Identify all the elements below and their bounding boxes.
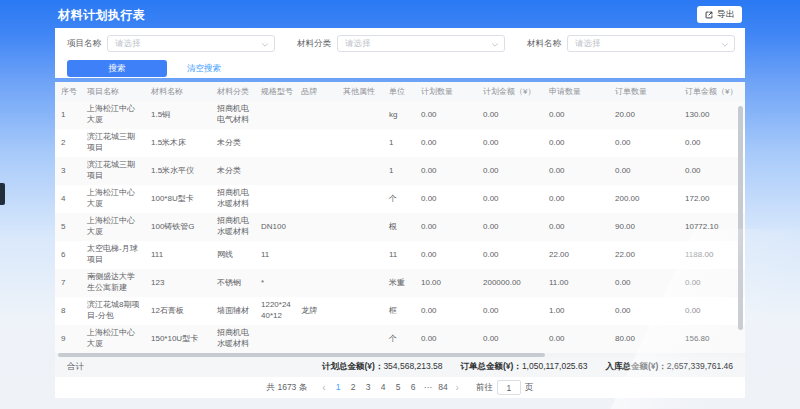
cell-plan-amount: 0.00 — [477, 325, 543, 353]
cell-plan-amount: 0.00 — [477, 241, 543, 269]
page-number-button[interactable]: 84 — [436, 380, 451, 395]
cell-project: 滨江花城三期项目 — [81, 157, 145, 185]
cell-material: 123 — [145, 269, 211, 297]
material-plan-table: 序号项目名称材料名称材料分类规格型号品牌其他属性单位计划数量计划金额（¥）申请数… — [55, 82, 745, 353]
page-number-button[interactable]: 1 — [331, 380, 346, 395]
search-button[interactable]: 搜索 — [67, 60, 167, 77]
cell-apply-qty: 0.00 — [543, 185, 609, 213]
cell-apply-qty: 0.00 — [543, 101, 609, 129]
column-header: 规格型号 — [255, 82, 295, 101]
goto-page-input[interactable] — [497, 380, 521, 395]
cell-category: 未分类 — [211, 129, 255, 157]
page-number-button[interactable]: 5 — [391, 380, 406, 395]
page-number-button[interactable]: 6 — [406, 380, 421, 395]
filter-select[interactable]: 请选择 — [567, 35, 735, 52]
filter-label: 项目名称 — [67, 38, 101, 50]
cell-plan-qty: 0.00 — [415, 129, 477, 157]
cell-plan-qty: 0.00 — [415, 101, 477, 129]
summary-row: 合计 计划总金额(¥)：354,568,213.58 订单总金额(¥)：1,05… — [55, 357, 745, 377]
column-header: 申请数量 — [543, 82, 609, 101]
cell-unit: 框 — [383, 297, 415, 325]
page-number-button[interactable]: 3 — [361, 380, 376, 395]
cell-plan-qty: 0.00 — [415, 241, 477, 269]
table-header: 序号项目名称材料名称材料分类规格型号品牌其他属性单位计划数量计划金额（¥）申请数… — [55, 82, 745, 101]
cell-order-qty: 0.00 — [609, 157, 679, 185]
column-header: 订单数量 — [609, 82, 679, 101]
export-button[interactable]: 导出 — [697, 6, 742, 23]
cell-seq: 8 — [55, 297, 81, 325]
cell-seq: 5 — [55, 213, 81, 241]
table-row: 7 南侧盛达大学生公寓新建 123 不锈钢 * 米重 10.00 200000.… — [55, 269, 745, 297]
cell-order-amount: 0.00 — [679, 269, 745, 297]
cell-seq: 6 — [55, 241, 81, 269]
column-header: 序号 — [55, 82, 81, 101]
cell-plan-qty: 0.00 — [415, 213, 477, 241]
cell-seq: 1 — [55, 101, 81, 129]
cell-plan-qty: 0.00 — [415, 325, 477, 353]
cell-unit: 个 — [383, 185, 415, 213]
table-row: 4 上海松江中心大厦 100*8U型卡 招商机电 水暖材料 个 0.00 0.0… — [55, 185, 745, 213]
cell-spec: 1220*2440*12 — [255, 297, 295, 325]
summary-items: 计划总金额(¥)：354,568,213.58 订单总金额(¥)：1,050,1… — [322, 361, 733, 373]
pagination-total: 共 1673 条 — [267, 382, 308, 394]
cell-project: 上海松江中心大厦 — [81, 213, 145, 241]
cell-plan-amount: 0.00 — [477, 213, 543, 241]
filter-select[interactable]: 请选择 — [337, 35, 505, 52]
cell-plan-qty: 0.00 — [415, 297, 477, 325]
cell-category: 网线 — [211, 241, 255, 269]
filter-group: 材料分类 请选择 — [297, 35, 505, 52]
vertical-scrollbar[interactable] — [738, 106, 743, 330]
export-icon — [704, 10, 714, 20]
cell-apply-qty: 0.00 — [543, 213, 609, 241]
cell-plan-amount: 200000.00 — [477, 269, 543, 297]
cell-unit: 1 — [383, 129, 415, 157]
column-header: 其他属性 — [337, 82, 383, 101]
cell-order-qty: 90.00 — [609, 213, 679, 241]
cell-apply-qty: 11.00 — [543, 269, 609, 297]
cell-project: 上海松江中心大厦 — [81, 101, 145, 129]
cell-order-amount: 156.80 — [679, 325, 745, 353]
cell-order-amount: 0.00 — [679, 157, 745, 185]
table-panel: 序号项目名称材料名称材料分类规格型号品牌其他属性单位计划数量计划金额（¥）申请数… — [55, 82, 745, 398]
cell-other — [337, 101, 383, 129]
filter-select[interactable]: 请选择 — [107, 35, 275, 52]
cell-brand — [295, 101, 337, 129]
cell-order-amount: 130.00 — [679, 101, 745, 129]
cell-plan-qty: 0.00 — [415, 185, 477, 213]
cell-other — [337, 325, 383, 353]
cell-plan-qty: 10.00 — [415, 269, 477, 297]
cell-spec: DN100 — [255, 213, 295, 241]
summary-total-label: 合计 — [67, 361, 84, 373]
cell-spec — [255, 157, 295, 185]
page-number-button[interactable]: 2 — [346, 380, 361, 395]
clear-search-link[interactable]: 清空搜索 — [187, 63, 221, 75]
cell-unit: 个 — [383, 325, 415, 353]
chevron-down-icon — [261, 41, 269, 49]
cell-order-amount: 0.00 — [679, 297, 745, 325]
page-number-button[interactable]: 4 — [376, 380, 391, 395]
page-number-button[interactable]: ··· — [421, 380, 436, 395]
cell-order-amount: 1188.00 — [679, 241, 745, 269]
column-header: 材料名称 — [145, 82, 211, 101]
filter-group: 项目名称 请选择 — [67, 35, 275, 52]
table-row: 2 滨江花城三期项目 1.5米木床 未分类 1 0.00 0.00 0.00 0… — [55, 129, 745, 157]
next-page-icon[interactable]: › — [451, 380, 464, 395]
cell-seq: 4 — [55, 185, 81, 213]
sidebar-collapse-handle[interactable] — [0, 183, 5, 205]
cell-project: 南侧盛达大学生公寓新建 — [81, 269, 145, 297]
cell-brand — [295, 241, 337, 269]
summary-item-label: 计划总金额(¥)： — [322, 361, 383, 371]
cell-apply-qty: 0.00 — [543, 129, 609, 157]
prev-page-icon[interactable]: ‹ — [317, 380, 330, 395]
cell-unit: 根 — [383, 213, 415, 241]
cell-brand — [295, 129, 337, 157]
cell-order-qty: 0.00 — [609, 129, 679, 157]
cell-category: 未分类 — [211, 157, 255, 185]
summary-item-value: 2,657,339,761.46 — [667, 361, 733, 371]
cell-unit: 米重 — [383, 269, 415, 297]
table-row: 6 太空电梯-月球项目 111 网线 11 11 0.00 0.00 22.00… — [55, 241, 745, 269]
summary-item: 计划总金额(¥)：354,568,213.58 — [322, 361, 442, 373]
chevron-down-icon — [721, 41, 729, 49]
filter-label: 材料分类 — [297, 38, 331, 50]
cell-project: 上海松江中心大厦 — [81, 185, 145, 213]
